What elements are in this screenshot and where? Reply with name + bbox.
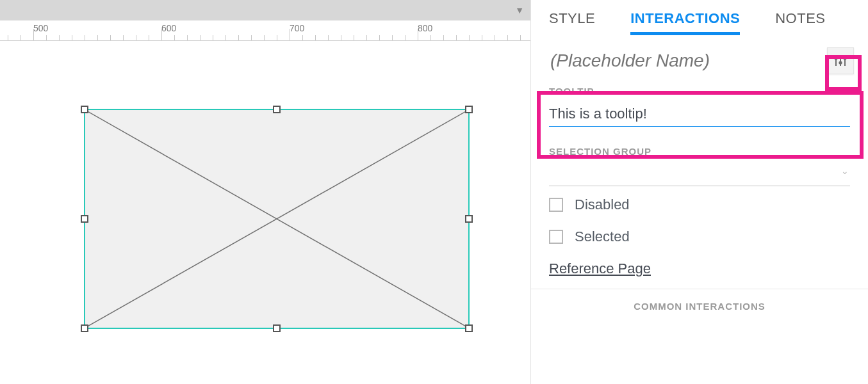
ruler-tick <box>379 35 380 40</box>
canvas-workspace[interactable] <box>0 41 530 384</box>
disabled-row: Disabled <box>531 189 868 221</box>
selected-row: Selected <box>531 221 868 253</box>
ruler-tick <box>225 35 226 40</box>
tab-style[interactable]: STYLE <box>549 10 595 35</box>
tooltip-label: TOOLTIP <box>549 86 850 97</box>
svg-point-6 <box>839 61 842 64</box>
ruler-tick <box>418 29 418 40</box>
ruler-tick <box>46 35 47 40</box>
resize-handle-bl[interactable] <box>81 324 88 332</box>
ruler-tick <box>366 35 367 40</box>
ruler-tick <box>290 29 290 40</box>
resize-handle-mr[interactable] <box>465 215 473 223</box>
ruler-label: 800 <box>418 23 432 33</box>
placeholder-widget[interactable] <box>84 109 470 329</box>
selected-label: Selected <box>575 228 630 245</box>
horizontal-ruler: 500600700800 <box>0 20 530 41</box>
svg-point-5 <box>834 56 837 60</box>
resize-handle-tr[interactable] <box>465 106 473 113</box>
inspector-tabs: STYLE INTERACTIONS NOTES <box>531 0 868 45</box>
ruler-tick <box>264 35 265 40</box>
selected-checkbox[interactable] <box>549 230 563 244</box>
ruler-tick <box>123 35 124 40</box>
canvas-area: ▼ 500600700800 <box>0 0 530 384</box>
name-row <box>531 45 868 79</box>
ruler-tick <box>59 35 60 40</box>
resize-handle-tm[interactable] <box>273 106 281 113</box>
resize-handle-tl[interactable] <box>81 106 88 113</box>
ruler-tick <box>277 35 277 40</box>
ruler-tick <box>149 35 149 40</box>
tooltip-input[interactable] <box>549 103 850 127</box>
ruler-label: 500 <box>33 23 48 33</box>
ruler-tick <box>315 35 316 40</box>
selection-group-input[interactable] <box>549 163 850 186</box>
ruler-tick <box>97 35 98 40</box>
ruler-tick <box>482 35 482 40</box>
dropdown-icon[interactable]: ▼ <box>515 5 524 15</box>
tooltip-section: TOOLTIP <box>531 79 868 129</box>
ruler-tick <box>187 35 188 40</box>
ruler-tick <box>8 35 8 40</box>
ruler-tick <box>392 35 393 40</box>
ruler-tick <box>495 35 495 40</box>
ruler-tick <box>238 35 239 40</box>
tab-notes[interactable]: NOTES <box>775 10 825 35</box>
ruler-label: 700 <box>290 23 304 33</box>
ruler-tick <box>174 35 175 40</box>
ruler-tick <box>469 35 470 40</box>
ruler-tick <box>213 35 213 40</box>
chevron-down-icon[interactable]: ⌄ <box>841 166 849 176</box>
reference-page-link[interactable]: Reference Page <box>531 253 669 289</box>
ruler-tick <box>72 35 72 40</box>
selection-group-label: SELECTION GROUP <box>549 146 850 157</box>
svg-point-7 <box>843 56 846 60</box>
ruler-tick <box>341 35 341 40</box>
sliders-icon <box>833 54 848 68</box>
ruler-tick <box>85 35 85 40</box>
ruler-tick <box>328 35 329 40</box>
ruler-tick <box>354 35 354 40</box>
canvas-top-bar: ▼ <box>0 0 530 20</box>
ruler-tick <box>443 35 444 40</box>
ruler-tick <box>405 35 405 40</box>
ruler-tick <box>302 35 303 40</box>
ruler-tick <box>20 35 21 40</box>
ruler-tick <box>430 35 431 40</box>
ruler-tick <box>136 35 136 40</box>
resize-handle-bm[interactable] <box>273 324 281 332</box>
ruler-tick <box>161 29 162 40</box>
ruler-tick <box>456 35 457 40</box>
resize-handle-ml[interactable] <box>81 215 88 223</box>
tab-interactions[interactable]: INTERACTIONS <box>630 10 740 35</box>
ruler-tick <box>33 29 34 40</box>
inspector-panel: STYLE INTERACTIONS NOTES TOOLTIP SELECTI… <box>530 0 868 384</box>
ruler-tick <box>507 35 508 40</box>
widget-name-field[interactable] <box>550 51 827 71</box>
ruler-tick <box>520 35 521 40</box>
ruler-tick <box>200 35 201 40</box>
disabled-label: Disabled <box>575 196 630 213</box>
ruler-tick <box>110 35 111 40</box>
placeholder-cross-icon <box>85 110 468 328</box>
interaction-settings-button[interactable] <box>827 47 854 74</box>
selection-group-section: SELECTION GROUP ⌄ <box>531 129 868 189</box>
resize-handle-br[interactable] <box>465 324 473 332</box>
common-interactions-header: COMMON INTERACTIONS <box>531 289 868 323</box>
ruler-label: 600 <box>161 23 176 33</box>
disabled-checkbox[interactable] <box>549 198 563 212</box>
ruler-tick <box>251 35 252 40</box>
